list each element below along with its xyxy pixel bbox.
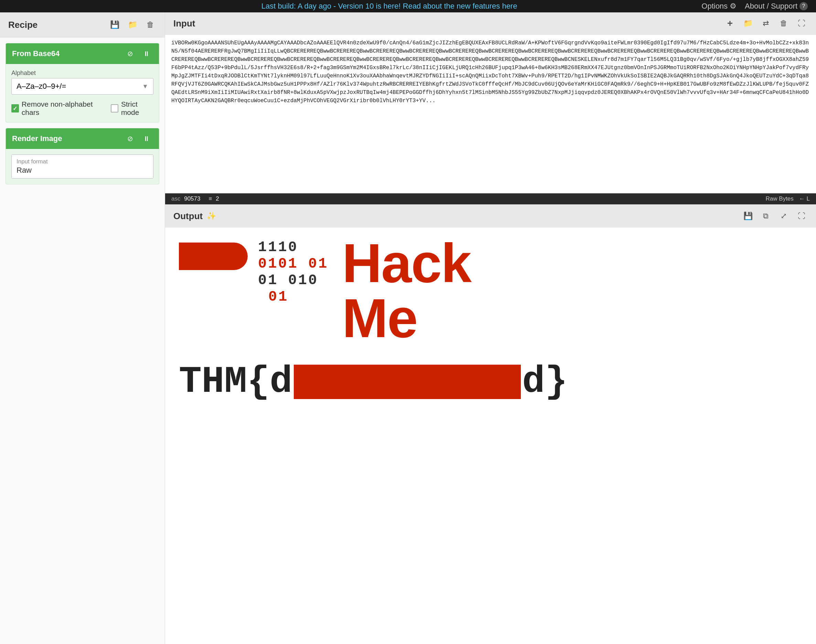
remove-nonalpha-label: Remove non-alphabet chars bbox=[21, 100, 103, 117]
output-content: 1110 0101 01 01 010 01 Hack Me bbox=[165, 227, 816, 644]
flag-prefix: THM{d bbox=[179, 363, 292, 401]
checkmark-icon: ✓ bbox=[13, 105, 17, 112]
input-header-icons: + 📁 ⇄ 🗑 ⛶ bbox=[724, 17, 808, 29]
question-icon: ? bbox=[799, 2, 808, 10]
input-content[interactable]: iVBORw0KGgoAAAANSUhEUgAAAyAAAAMgCAYAAADb… bbox=[165, 35, 816, 193]
options-label: Options bbox=[701, 2, 728, 11]
gear-icon: ⚙ bbox=[730, 2, 736, 11]
from-base64-disable-button[interactable]: ⊘ bbox=[124, 48, 136, 60]
from-base64-pause-button[interactable]: ⏸ bbox=[140, 48, 153, 60]
render-image-header: Render Image ⊘ ⏸ bbox=[6, 128, 159, 149]
render-image-pause-button[interactable]: ⏸ bbox=[140, 132, 153, 145]
input-section: Input + 📁 ⇄ 🗑 ⛶ iVBORw0KGgoAAAANSUhEUgAA… bbox=[165, 12, 816, 205]
output-title: Output ✨ bbox=[173, 211, 216, 222]
from-base64-title: From Base64 bbox=[12, 49, 60, 58]
remove-nonalpha-checkbox[interactable]: ✓ bbox=[11, 104, 19, 112]
binary-line-2: 0101 01 bbox=[258, 256, 328, 272]
recipe-header-icons: 💾 📁 🗑 bbox=[108, 18, 156, 31]
hackme-text-block: Hack Me bbox=[342, 236, 471, 346]
right-panel: Input + 📁 ⇄ 🗑 ⛶ iVBORw0KGgoAAAANSUhEUgAA… bbox=[165, 12, 816, 644]
input-statusbar: asc 90573 ≡ 2 Raw Bytes ← L bbox=[165, 193, 816, 204]
alphabet-label: Alphabet bbox=[11, 69, 153, 77]
flag-row: THM{d d} bbox=[179, 363, 568, 401]
hackme-top-row: 1110 0101 01 01 010 01 Hack Me bbox=[179, 236, 802, 346]
about-link[interactable]: About / Support ? bbox=[745, 2, 808, 11]
input-folder-button[interactable]: 📁 bbox=[742, 17, 754, 29]
input-expand-button[interactable]: ⛶ bbox=[795, 17, 808, 29]
wand-icon[interactable]: ✨ bbox=[207, 212, 216, 221]
input-add-button[interactable]: + bbox=[724, 17, 736, 29]
render-image-header-icons: ⊘ ⏸ bbox=[124, 132, 153, 145]
from-base64-body: Alphabet A–Za–z0–9+/= ▼ ✓ Remove non-alp… bbox=[6, 64, 159, 122]
char-count-value: 90573 bbox=[184, 195, 200, 202]
from-base64-ingredient: From Base64 ⊘ ⏸ Alphabet A–Za–z0–9+/= ▼ … bbox=[6, 43, 159, 123]
alphabet-dropdown[interactable]: A–Za–z0–9+/= ▼ bbox=[11, 78, 153, 95]
statusbar-left: asc 90573 ≡ 2 bbox=[171, 195, 219, 202]
topbar: Last build: A day ago - Version 10 is he… bbox=[0, 0, 816, 12]
input-format-field: Input format Raw bbox=[11, 155, 153, 179]
output-fullscreen-button[interactable]: ⛶ bbox=[795, 210, 808, 222]
output-save-button[interactable]: 💾 bbox=[742, 210, 754, 222]
recipe-trash-button[interactable]: 🗑 bbox=[144, 18, 156, 31]
left-panel: Recipe 💾 📁 🗑 From Base64 ⊘ ⏸ Alphabet A–… bbox=[0, 12, 165, 644]
red-swoosh bbox=[179, 242, 248, 270]
alphabet-value: A–Za–z0–9+/= bbox=[17, 82, 66, 91]
output-expand-button[interactable]: ⤢ bbox=[778, 210, 790, 222]
recipe-header: Recipe 💾 📁 🗑 bbox=[0, 12, 165, 37]
about-label: About / Support bbox=[745, 2, 798, 11]
from-base64-header-icons: ⊘ ⏸ bbox=[124, 48, 153, 60]
checkbox-row: ✓ Remove non-alphabet chars Strict mode bbox=[11, 100, 153, 117]
line-count-value: 2 bbox=[216, 195, 219, 202]
input-clear-button[interactable]: 🗑 bbox=[778, 17, 790, 29]
left-arrow-label: ← L bbox=[799, 195, 810, 202]
strict-mode-checkbox[interactable] bbox=[111, 104, 118, 112]
char-count: asc 90573 bbox=[171, 195, 200, 202]
raw-bytes-label: Raw Bytes bbox=[766, 195, 794, 202]
input-text: iVBORw0KGgoAAAANSUhEUgAAAyAAAAMgCAYAAADb… bbox=[171, 39, 810, 105]
line-count: ≡ 2 bbox=[209, 195, 219, 202]
strict-mode-checkbox-item[interactable]: Strict mode bbox=[111, 100, 153, 117]
me-text: Me bbox=[342, 291, 471, 346]
input-swap-button[interactable]: ⇄ bbox=[759, 17, 772, 29]
dropdown-arrow-icon: ▼ bbox=[142, 83, 148, 90]
output-title-label: Output bbox=[173, 211, 202, 222]
render-image-title: Render Image bbox=[12, 134, 62, 143]
input-format-value: Raw bbox=[17, 166, 148, 175]
input-header: Input + 📁 ⇄ 🗑 ⛶ bbox=[165, 12, 816, 35]
options-link[interactable]: Options ⚙ bbox=[701, 2, 736, 11]
input-format-label: Input format bbox=[17, 158, 148, 165]
binary-line-3: 01 010 bbox=[258, 272, 328, 288]
remove-nonalpha-checkbox-item[interactable]: ✓ Remove non-alphabet chars bbox=[11, 100, 103, 117]
strict-mode-label: Strict mode bbox=[121, 100, 153, 117]
main-layout: Recipe 💾 📁 🗑 From Base64 ⊘ ⏸ Alphabet A–… bbox=[0, 12, 816, 644]
recipe-title: Recipe bbox=[8, 20, 37, 30]
output-header-icons: 💾 ⧉ ⤢ ⛶ bbox=[742, 210, 808, 222]
flag-suffix: d} bbox=[522, 363, 568, 401]
render-image-disable-button[interactable]: ⊘ bbox=[124, 132, 136, 145]
render-image-body: Input format Raw bbox=[6, 149, 159, 184]
hack-text: Hack bbox=[342, 236, 471, 291]
from-base64-header: From Base64 ⊘ ⏸ bbox=[6, 43, 159, 64]
recipe-save-button[interactable]: 💾 bbox=[108, 18, 121, 31]
recipe-folder-button[interactable]: 📁 bbox=[126, 18, 139, 31]
output-copy-button[interactable]: ⧉ bbox=[759, 210, 772, 222]
input-title: Input bbox=[173, 18, 195, 29]
output-header: Output ✨ 💾 ⧉ ⤢ ⛶ bbox=[165, 205, 816, 227]
output-section: Output ✨ 💾 ⧉ ⤢ ⛶ bbox=[165, 205, 816, 644]
hackme-image: 1110 0101 01 01 010 01 Hack Me bbox=[165, 227, 816, 644]
binary-line-1: 1110 bbox=[258, 239, 328, 256]
binary-line-4: 01 bbox=[258, 288, 328, 305]
binary-block: 1110 0101 01 01 010 01 bbox=[258, 239, 328, 305]
build-notice: Last build: A day ago - Version 10 is he… bbox=[77, 2, 701, 11]
render-image-ingredient: Render Image ⊘ ⏸ Input format Raw bbox=[6, 128, 159, 184]
flag-redacted bbox=[294, 365, 521, 399]
statusbar-right: Raw Bytes ← L bbox=[766, 195, 810, 202]
topbar-right: Options ⚙ About / Support ? bbox=[701, 2, 808, 11]
